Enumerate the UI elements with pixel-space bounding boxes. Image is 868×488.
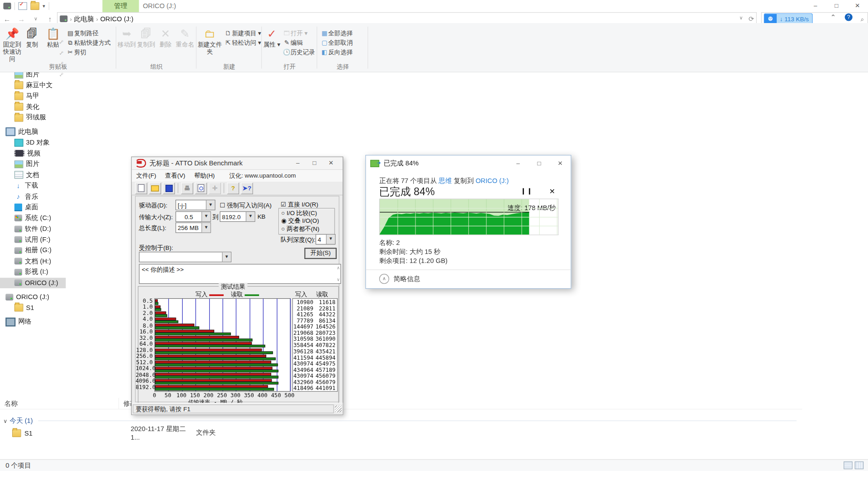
sidebar-item-6[interactable]: 马甲 xyxy=(0,91,66,102)
about-help-icon[interactable]: ? xyxy=(227,182,239,194)
button-copy-path[interactable]: ▤复制路径 xyxy=(66,29,99,38)
forward-button[interactable]: → xyxy=(14,14,29,23)
sidebar-item-5[interactable]: 麻豆中文 xyxy=(0,80,66,91)
save-file-icon[interactable] xyxy=(163,182,175,194)
button-properties[interactable]: ✓属性 ▾ xyxy=(263,27,281,48)
button-copy[interactable]: 🗐复制 xyxy=(22,27,42,48)
button-paste-shortcut[interactable]: ⧉粘贴快捷方式 xyxy=(66,38,111,47)
group-header-today[interactable]: ∨ 今天 (1) xyxy=(0,414,802,427)
radio-overlapped-io[interactable]: ◉ 交叠 I/O(O) xyxy=(281,217,319,225)
scroll-down-icon[interactable]: ∨ xyxy=(337,277,340,282)
copy-close-button[interactable]: ✕ xyxy=(550,155,571,171)
atto-minimize-button[interactable]: – xyxy=(289,157,306,169)
copy-destination-link[interactable]: ORICO (J:) xyxy=(476,177,509,185)
file-row[interactable]: S1 2020-11-17 星期二 1... 文件夹 xyxy=(0,427,802,439)
copy-minimize-button[interactable]: – xyxy=(508,155,529,171)
radio-io-comparison[interactable]: ○ I/O 比较(C) xyxy=(281,209,317,217)
button-move-to[interactable]: ➥移动到 xyxy=(118,27,137,48)
sidebar-item-10[interactable]: 3D 对象 xyxy=(0,137,66,148)
print-icon[interactable]: 🖶 xyxy=(181,182,193,194)
pause-button[interactable]: ❙❙ xyxy=(521,188,533,195)
menu-help[interactable]: 帮助(H) xyxy=(194,171,215,179)
column-name[interactable]: 名称 xyxy=(0,398,119,408)
new-file-icon[interactable] xyxy=(135,182,147,194)
details-view-icon[interactable] xyxy=(844,461,853,469)
sidebar-item-14[interactable]: ↓下载 xyxy=(0,180,66,191)
copy-source-link[interactable]: 思维 xyxy=(439,177,452,185)
context-help-icon[interactable]: ➤? xyxy=(241,182,253,194)
open-file-icon[interactable] xyxy=(149,182,161,194)
button-new-item[interactable]: 🗋新建项目 ▾ xyxy=(224,29,261,38)
button-rename[interactable]: ✎重命名 xyxy=(175,27,194,48)
button-edit[interactable]: ✎编辑 xyxy=(283,38,303,47)
atto-close-button[interactable]: ✕ xyxy=(323,157,340,169)
sidebar-item-15[interactable]: ♪音乐 xyxy=(0,191,66,202)
button-delete[interactable]: ✕删除 xyxy=(156,27,175,48)
button-select-none[interactable]: ▢全部取消 xyxy=(321,38,353,47)
thumbnails-view-icon[interactable] xyxy=(855,461,864,469)
sidebar-item-8[interactable]: 羽绒服 xyxy=(0,113,66,123)
qat-new-folder-icon[interactable] xyxy=(30,2,39,10)
button-pin-quick-access[interactable]: 📌固定到快速访问 xyxy=(1,27,23,63)
collapse-ribbon-icon[interactable]: ⌃ xyxy=(830,13,836,21)
button-new-folder[interactable]: 🗀新建文件夹 xyxy=(198,27,222,56)
button-easy-access[interactable]: ⇱轻松访问 ▾ xyxy=(224,38,261,47)
address-dropdown-icon[interactable]: ∨ xyxy=(739,15,743,23)
recent-locations-icon[interactable]: ∨ xyxy=(28,16,43,22)
controlled-by-select[interactable]: ▼ xyxy=(139,252,231,262)
close-button[interactable]: ✕ xyxy=(847,0,868,12)
sidebar-item-7[interactable]: 美化 xyxy=(0,102,66,113)
sidebar-item-25[interactable]: S1 xyxy=(0,302,66,313)
sidebar-item-17[interactable]: 系统 (C:) xyxy=(0,213,66,224)
drive-select[interactable]: [-j-]▼ xyxy=(175,200,215,210)
radio-neither[interactable]: ○ 两者都不(N) xyxy=(281,225,319,233)
back-button[interactable]: ← xyxy=(0,14,14,23)
sidebar-item-20[interactable]: 相册 (G:) xyxy=(0,245,66,256)
context-tab-manage[interactable]: 管理 xyxy=(103,0,139,12)
button-history[interactable]: 🕒历史记录 xyxy=(283,47,315,56)
breadcrumb-drive[interactable]: ORICO (J:) xyxy=(100,15,133,23)
menu-view[interactable]: 查看(V) xyxy=(165,171,185,179)
chevron-down-icon[interactable]: ∨ xyxy=(3,418,7,423)
sidebar-item-12[interactable]: 图片 xyxy=(0,159,66,169)
direct-io-checkbox[interactable]: ☑ 直接 I/O(R) xyxy=(281,200,318,208)
start-button[interactable]: 开始(S) xyxy=(304,248,336,259)
print-preview-icon[interactable] xyxy=(195,182,207,194)
sidebar-item-26[interactable]: 网络 xyxy=(0,316,66,327)
cancel-button[interactable]: ✕ xyxy=(549,187,555,195)
atto-maximize-button[interactable]: □ xyxy=(306,157,323,169)
sidebar-item-21[interactable]: 文档 (H:) xyxy=(0,256,66,267)
menu-file[interactable]: 文件(F) xyxy=(136,171,156,179)
button-copy-to[interactable]: 🗐复制到 xyxy=(137,27,156,48)
button-cut[interactable]: ✂剪切 xyxy=(66,47,86,56)
sidebar-item-19[interactable]: 试用 (F:) xyxy=(0,235,66,245)
sidebar-item-9[interactable]: 此电脑 xyxy=(0,127,66,137)
sidebar-item-18[interactable]: 软件 (D:) xyxy=(0,224,66,235)
transfer-to-select[interactable]: 8192.0▼ xyxy=(220,211,255,222)
qat-properties-icon[interactable] xyxy=(18,2,27,10)
refresh-icon[interactable]: ⟳ xyxy=(749,15,754,23)
transfer-from-select[interactable]: 0.5▼ xyxy=(175,211,211,222)
total-length-select[interactable]: 256 MB▼ xyxy=(175,222,211,233)
sidebar-item-16[interactable]: 桌面 xyxy=(0,202,66,213)
netdisk-speed-badge[interactable]: ꔮ ↓ 113 KB/s xyxy=(764,13,812,24)
sidebar-item-24[interactable]: ORICO (J:) xyxy=(0,291,66,302)
sidebar-item-23[interactable]: ORICO (J:) xyxy=(0,277,66,288)
qat-customize-icon[interactable]: ▾ xyxy=(42,3,45,9)
description-box[interactable]: << 你的描述 >> ∧ ∨ xyxy=(139,264,341,284)
queue-depth-select[interactable]: 4▼ xyxy=(316,234,335,244)
breadcrumb-this-pc[interactable]: 此电脑 xyxy=(74,14,94,23)
button-select-all[interactable]: ▦全部选择 xyxy=(321,29,353,38)
sidebar-item-22[interactable]: 影视 (I:) xyxy=(0,267,66,277)
scroll-up-icon[interactable]: ∧ xyxy=(337,266,340,271)
help-icon[interactable]: ? xyxy=(845,13,853,21)
sidebar-item-13[interactable]: 文档 xyxy=(0,169,66,180)
button-open[interactable]: 🗔打开 ▾ xyxy=(283,29,308,38)
minimize-button[interactable]: – xyxy=(805,0,826,12)
up-button[interactable]: ↑ xyxy=(43,14,57,23)
resize-grip[interactable] xyxy=(335,406,342,413)
button-invert-selection[interactable]: ◧反向选择 xyxy=(321,47,353,56)
fewer-details-toggle[interactable]: ∧ 简略信息 xyxy=(379,274,420,284)
maximize-button[interactable]: □ xyxy=(826,0,847,12)
copy-maximize-button[interactable]: □ xyxy=(528,155,550,171)
